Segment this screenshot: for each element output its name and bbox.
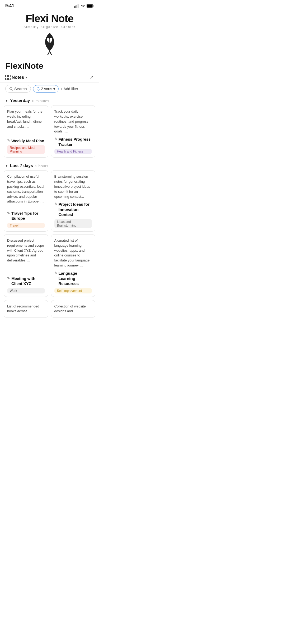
status-icons	[74, 4, 94, 8]
toolbar: Notes ▾ ↗	[0, 72, 99, 83]
card-edit-icon: ✎	[54, 137, 57, 141]
card-1-3[interactable]: A curated list of language learning webs…	[51, 234, 96, 297]
sort-label: 2 sorts	[41, 87, 52, 91]
wifi-icon	[81, 4, 85, 8]
card-title-row-1-0: ✎ Travel Tips for Europe	[7, 211, 45, 221]
card-0-0[interactable]: Plan your meals for the week, including …	[4, 105, 48, 158]
partial-card-text-1: Collection of website designs and	[54, 304, 92, 314]
card-tag-0-1[interactable]: Health and Fitness	[54, 149, 92, 154]
svg-rect-11	[8, 78, 10, 80]
card-preview-1-0: Compilation of useful travel tips, such …	[7, 174, 45, 208]
card-1-2[interactable]: Discussed project requirements and scope…	[4, 234, 48, 297]
chevron-down-icon[interactable]: ▾	[26, 76, 27, 79]
card-title-row-0-0: ✎ Weekly Meal Plan	[7, 138, 45, 144]
section-title-1: Last 7 days	[10, 163, 33, 168]
card-title-1-2: Meeting with Client XYZ	[11, 276, 45, 286]
sort-chevron-icon: ▾	[53, 87, 55, 91]
search-icon	[9, 87, 13, 91]
card-title-0-0: Weekly Meal Plan	[11, 138, 44, 144]
svg-line-13	[12, 89, 13, 90]
app-logo	[40, 31, 59, 55]
card-tag-1-2[interactable]: Work	[7, 288, 45, 293]
card-title-1-3: Language Learning Resources	[59, 271, 92, 286]
card-title-1-0: Travel Tips for Europe	[11, 211, 45, 221]
svg-point-4	[83, 7, 83, 7]
section-header-1[interactable]: ▼ Last 7 days 2 hours	[0, 161, 99, 170]
card-title-row-1-3: ✎ Language Learning Resources	[54, 271, 92, 286]
section-header-0[interactable]: ▼ Yesterday 0 minutes	[0, 96, 99, 105]
svg-rect-7	[93, 5, 94, 7]
section-collapse-icon[interactable]: ▼	[5, 164, 8, 167]
status-time: 9:41	[5, 3, 14, 8]
logo-icon	[40, 31, 59, 55]
card-title-row-1-1: ✎ Project Ideas for Innovation Contest	[54, 202, 92, 217]
filter-bar: Search 2 sorts ▾ + Add filter	[0, 83, 99, 96]
add-filter-button[interactable]: + Add filter	[61, 87, 78, 91]
svg-rect-6	[87, 5, 92, 7]
add-filter-label: + Add filter	[61, 87, 78, 91]
cards-grid-0: Plan your meals for the week, including …	[0, 105, 99, 161]
battery-icon	[87, 4, 94, 8]
card-edit-icon: ✎	[54, 202, 57, 206]
card-tag-1-3[interactable]: Self-Improvement	[54, 288, 92, 293]
card-edit-icon: ✎	[7, 139, 10, 142]
card-preview-1-1: Brainstorming session notes for generati…	[54, 174, 92, 199]
partial-card-text-0: List of recommended books across	[7, 304, 45, 314]
card-title-row-1-2: ✎ Meeting with Client XYZ	[7, 276, 45, 286]
partial-card-0[interactable]: List of recommended books across	[4, 300, 48, 318]
svg-rect-0	[74, 6, 75, 8]
section-collapse-icon[interactable]: ▼	[5, 99, 8, 102]
card-edit-icon: ✎	[54, 271, 57, 275]
expand-icon[interactable]: ↗	[90, 75, 94, 80]
svg-rect-2	[77, 5, 77, 8]
section-duration-1: 2 hours	[35, 164, 48, 168]
card-preview-0-0: Plan your meals for the week, including …	[7, 109, 45, 136]
notes-label: Notes	[12, 75, 24, 80]
card-preview-1-2: Discussed project requirements and scope…	[7, 238, 45, 273]
card-title-row-0-1: ✎ Fitness Progress Tracker	[54, 137, 92, 147]
card-0-1[interactable]: Track your daily workouts, exercise rout…	[51, 105, 96, 158]
svg-rect-9	[8, 75, 10, 77]
app-name-section: FlexiNote	[0, 57, 99, 72]
card-1-1[interactable]: Brainstorming session notes for generati…	[51, 170, 96, 232]
section-0: ▼ Yesterday 0 minutes Plan your meals fo…	[0, 96, 99, 161]
card-title-1-1: Project Ideas for Innovation Contest	[59, 202, 92, 217]
search-label: Search	[14, 86, 27, 91]
svg-rect-3	[78, 4, 78, 8]
svg-rect-10	[6, 78, 7, 80]
card-tag-1-1[interactable]: Ideas and Brainstorming	[54, 219, 92, 228]
status-bar: 9:41	[0, 0, 99, 10]
svg-rect-8	[6, 75, 7, 77]
card-title-0-1: Fitness Progress Tracker	[59, 137, 92, 147]
card-tag-0-0[interactable]: Recipes and Meal Planning	[7, 145, 45, 154]
app-header-subtitle: Simplify, Organize, Create!	[5, 25, 94, 29]
section-duration-0: 0 minutes	[32, 99, 49, 103]
partial-card-1[interactable]: Collection of website designs and	[51, 300, 96, 318]
notes-grid-icon	[5, 75, 11, 80]
section-title-0: Yesterday	[10, 98, 30, 103]
svg-rect-1	[76, 6, 76, 8]
app-name: FlexiNote	[5, 61, 94, 71]
card-edit-icon: ✎	[7, 276, 10, 280]
card-1-0[interactable]: Compilation of useful travel tips, such …	[4, 170, 48, 232]
card-preview-0-1: Track your daily workouts, exercise rout…	[54, 109, 92, 134]
partial-cards-container: List of recommended books acrossCollecti…	[0, 300, 99, 321]
card-edit-icon: ✎	[7, 211, 10, 215]
sections-container: ▼ Yesterday 0 minutes Plan your meals fo…	[0, 96, 99, 300]
card-preview-1-3: A curated list of language learning webs…	[54, 238, 92, 268]
sort-button[interactable]: 2 sorts ▾	[33, 85, 59, 93]
cards-grid-1: Compilation of useful travel tips, such …	[0, 170, 99, 300]
toolbar-left[interactable]: Notes ▾	[5, 75, 27, 80]
signal-icon	[74, 4, 79, 8]
card-tag-1-0[interactable]: Travel	[7, 223, 45, 228]
svg-line-15	[38, 87, 39, 88]
app-header-title: Flexi Note	[5, 13, 94, 25]
section-1: ▼ Last 7 days 2 hours Compilation of use…	[0, 161, 99, 300]
app-header: Flexi Note Simplify, Organize, Create!	[0, 10, 99, 57]
search-button[interactable]: Search	[5, 85, 31, 93]
svg-line-17	[38, 90, 39, 90]
sort-icon	[36, 87, 40, 91]
